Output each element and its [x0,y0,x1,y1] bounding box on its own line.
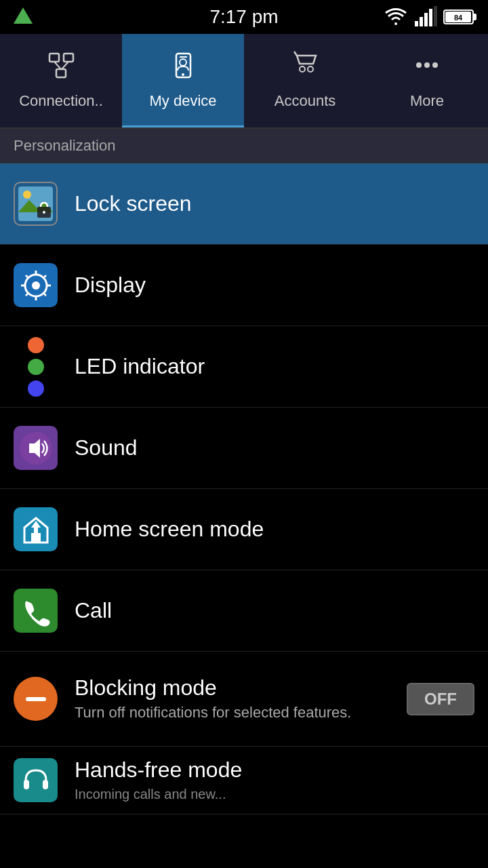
settings-item-display[interactable]: Display [0,245,488,326]
mydevice-icon [168,50,199,87]
svg-rect-7 [473,14,476,20]
svg-point-29 [43,211,45,214]
svg-point-23 [424,62,430,68]
svg-rect-4 [429,9,432,26]
svg-rect-12 [56,69,66,77]
svg-point-27 [23,191,31,199]
blocking-mode-text: Blocking mode Turn off notifications for… [75,675,407,723]
tab-accounts[interactable]: Accounts [244,34,366,127]
settings-item-led-indicator[interactable]: LED indicator [0,326,488,408]
svg-text:84: 84 [454,14,463,22]
status-bar: 7:17 pm 84 [0,0,488,34]
tab-more[interactable]: More [366,34,488,127]
connections-label: Connection.. [19,92,103,110]
svg-rect-1 [415,21,418,26]
blocking-mode-toggle[interactable]: OFF [407,683,474,715]
blocking-mode-title: Blocking mode [75,675,407,701]
svg-line-14 [62,62,68,69]
svg-point-24 [432,62,438,68]
more-label: More [410,92,444,110]
svg-rect-36 [31,533,41,542]
call-title: Call [75,598,474,623]
nav-tabs: Connection.. My device Accounts [0,34,488,129]
call-text: Call [75,598,474,623]
section-header: Personalization [0,129,488,163]
lock-screen-icon [14,182,58,226]
lock-screen-title: Lock screen [75,191,474,216]
svg-point-16 [182,73,184,76]
home-screen-mode-title: Home screen mode [75,517,474,542]
wifi-icon [384,5,408,29]
svg-point-31 [32,281,40,290]
svg-rect-42 [24,780,29,789]
svg-rect-40 [26,697,46,701]
signal-icon [413,5,438,29]
hands-free-mode-title: Hands-free mode [75,757,474,783]
connections-icon [46,50,77,87]
blocking-mode-subtitle: Turn off notifications for selected feat… [75,703,407,723]
svg-rect-11 [64,54,73,62]
home-screen-mode-text: Home screen mode [75,517,474,542]
call-icon [14,589,58,633]
hands-free-mode-text: Hands-free mode Incoming calls and new..… [75,757,474,803]
sound-text: Sound [75,435,474,460]
display-text: Display [75,273,474,298]
svg-rect-10 [49,54,59,62]
status-left [11,5,35,29]
status-time: 7:17 pm [209,6,278,28]
lock-screen-text: Lock screen [75,191,474,216]
accounts-label: Accounts [274,92,336,110]
sound-icon [14,426,58,470]
settings-item-sound[interactable]: Sound [0,408,488,489]
accounts-icon [290,50,321,87]
more-icon [412,50,443,87]
svg-line-19 [294,52,297,56]
status-right: 84 [384,5,477,29]
mydevice-label: My device [149,92,216,110]
svg-point-22 [416,62,422,68]
svg-rect-2 [420,17,423,26]
display-icon [14,263,58,307]
svg-line-13 [54,62,61,69]
svg-rect-43 [43,780,48,789]
svg-marker-0 [14,7,33,24]
sound-title: Sound [75,435,474,460]
tab-mydevice[interactable]: My device [122,34,244,127]
svg-point-21 [308,66,313,72]
notification-icon [11,5,35,29]
led-indicator-icon [14,344,58,389]
settings-item-lock-screen[interactable]: Lock screen [0,163,488,245]
settings-item-home-screen-mode[interactable]: Home screen mode [0,489,488,570]
settings-item-call[interactable]: Call [0,570,488,652]
blocking-mode-icon [14,677,58,721]
svg-rect-5 [434,6,437,26]
settings-item-hands-free-mode[interactable]: Hands-free mode Incoming calls and new..… [0,747,488,814]
battery-icon: 84 [443,7,477,27]
display-title: Display [75,273,474,298]
svg-point-20 [300,66,305,72]
svg-rect-3 [424,13,428,26]
led-indicator-title: LED indicator [75,354,474,379]
svg-point-18 [180,59,186,66]
home-screen-mode-icon [14,507,58,551]
hands-free-mode-icon [14,758,58,802]
hands-free-mode-subtitle: Incoming calls and new... [75,785,474,803]
settings-item-blocking-mode[interactable]: Blocking mode Turn off notifications for… [0,652,488,747]
led-indicator-text: LED indicator [75,354,474,379]
tab-connections[interactable]: Connection.. [0,34,122,127]
